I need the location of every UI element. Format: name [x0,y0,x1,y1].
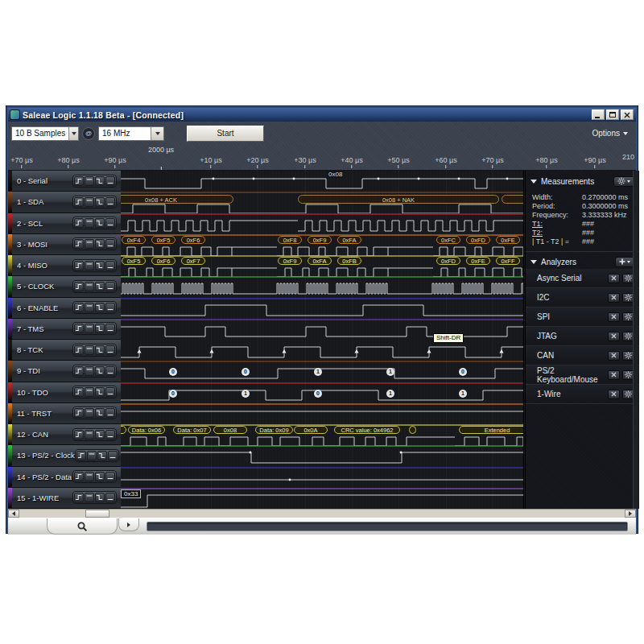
channel-label[interactable]: 10 - TDO [17,388,72,397]
trigger-low-button[interactable] [105,282,115,291]
analyzer-item[interactable]: CAN [526,346,639,365]
sample-count-select[interactable]: 10 B Samples [11,126,79,141]
trigger-low-button[interactable] [105,345,115,355]
close-button[interactable] [621,109,634,120]
add-analyzer-button[interactable] [615,257,634,267]
trigger-low-button[interactable] [105,261,115,270]
trigger-high-button[interactable] [85,430,94,440]
channel-label[interactable]: 3 - MOSI [17,240,72,249]
trigger-high-button[interactable] [85,493,94,502]
options-menu[interactable]: Options [592,129,633,138]
trigger-high-button[interactable] [85,472,94,481]
measurement-row[interactable]: T2:### [532,229,634,237]
trigger-falling-edge-button[interactable] [95,261,105,270]
channel-label[interactable]: 7 - TMS [17,324,72,333]
trigger-low-button[interactable] [105,324,115,333]
scrollbar-thumb[interactable] [85,510,109,518]
trigger-high-button[interactable] [85,324,94,333]
maximize-button[interactable] [606,109,619,120]
timeline-ruler[interactable]: 2000 µs 210 +70 µs+80 µs+90 µs+10 µs+20 … [8,145,636,171]
trigger-rising-edge-button[interactable] [74,239,84,249]
collapse-triangle-icon[interactable] [530,260,537,264]
analyzer-item[interactable]: 1-Wire [526,385,639,404]
trigger-falling-edge-button[interactable] [95,197,105,207]
trigger-high-button[interactable] [85,408,94,418]
analyzer-item[interactable]: SPI [526,308,639,327]
trigger-falling-edge-button[interactable] [95,324,105,333]
zoom-tool-tab[interactable] [47,518,118,535]
analyzers-header[interactable]: Analyzers [526,254,639,269]
measurement-row[interactable]: T1:### [532,220,634,229]
channel-label[interactable]: 0 - Serial [17,176,72,185]
dropdown-arrow-icon[interactable] [151,127,163,140]
trigger-low-button[interactable] [108,451,118,460]
trigger-high-button[interactable] [85,303,94,312]
trigger-rising-edge-button[interactable] [76,451,86,460]
panel-scrollbar[interactable] [633,171,638,509]
trigger-high-button[interactable] [85,345,94,355]
trigger-rising-edge-button[interactable] [74,345,84,355]
trigger-rising-edge-button[interactable] [74,282,84,291]
remove-analyzer-button[interactable] [608,293,620,303]
start-button[interactable]: Start [187,126,264,142]
trigger-high-button[interactable] [87,451,97,460]
channel-label[interactable]: 5 - CLOCK [17,282,72,291]
dropdown-arrow-icon[interactable] [68,127,78,140]
channel-label[interactable]: 2 - SCL [17,219,72,228]
trigger-rising-edge-button[interactable] [74,218,84,228]
trigger-low-button[interactable] [105,472,115,481]
remove-analyzer-button[interactable] [608,312,620,322]
trigger-rising-edge-button[interactable] [74,366,84,376]
measurements-header[interactable]: Measurements [526,174,639,188]
sample-rate-select[interactable]: 16 MHz [98,126,164,141]
trigger-high-button[interactable] [85,176,94,186]
trigger-falling-edge-button[interactable] [95,239,105,249]
trigger-high-button[interactable] [85,366,94,376]
channel-label[interactable]: 9 - TDI [17,366,72,375]
trigger-low-button[interactable] [105,176,115,186]
trigger-low-button[interactable] [105,218,115,228]
trigger-low-button[interactable] [105,197,115,207]
trigger-rising-edge-button[interactable] [74,430,84,440]
collapse-triangle-icon[interactable] [530,180,537,184]
trigger-high-button[interactable] [85,387,94,397]
trigger-falling-edge-button[interactable] [95,345,105,355]
channel-label[interactable]: 15 - 1-WIRE [17,493,72,502]
analyzer-item[interactable]: I2C [526,288,639,308]
trigger-rising-edge-button[interactable] [74,261,84,270]
trigger-falling-edge-button[interactable] [95,472,105,481]
trigger-falling-edge-button[interactable] [95,387,105,397]
trigger-falling-edge-button[interactable] [95,430,105,440]
analyzer-item[interactable]: PS/2 Keyboard/Mouse [526,365,639,385]
waveform-area[interactable]: 0x08 + ACK0x08 + NAK0xF40xF50xF60xF80xF9… [121,171,524,509]
trigger-rising-edge-button[interactable] [74,493,84,502]
horizontal-scrollbar[interactable] [8,509,636,518]
trigger-low-button[interactable] [105,239,115,249]
analyzer-item[interactable]: Async Serial [526,269,639,288]
trigger-low-button[interactable] [105,408,115,418]
title-bar[interactable]: Saleae Logic 1.1.18 Beta - [Connected] [8,108,636,122]
trigger-falling-edge-button[interactable] [95,493,105,502]
trigger-rising-edge-button[interactable] [74,303,84,312]
trigger-high-button[interactable] [85,239,94,249]
channel-label[interactable]: 14 - PS/2 - Data [17,473,72,481]
channel-label[interactable]: 8 - TCK [17,345,72,354]
scroll-right-button[interactable] [625,510,636,518]
minimize-button[interactable] [592,109,605,120]
trigger-rising-edge-button[interactable] [74,324,84,333]
measurements-settings-button[interactable] [613,176,634,187]
trigger-high-button[interactable] [85,218,94,228]
scroll-left-button[interactable] [8,510,19,518]
channel-label[interactable]: 4 - MISO [17,261,72,270]
channel-label[interactable]: 1 - SDA [17,197,72,206]
remove-analyzer-button[interactable] [608,351,620,361]
channel-label[interactable]: 12 - CAN [17,430,72,439]
channel-label[interactable]: 13 - PS/2 - Clock [17,451,75,460]
trigger-falling-edge-button[interactable] [95,176,105,186]
trigger-high-button[interactable] [85,282,94,291]
channel-label[interactable]: 6 - ENABLE [17,303,72,312]
trigger-low-button[interactable] [105,366,115,376]
trigger-rising-edge-button[interactable] [74,197,84,207]
trigger-falling-edge-button[interactable] [95,282,105,291]
trigger-falling-edge-button[interactable] [97,451,107,460]
